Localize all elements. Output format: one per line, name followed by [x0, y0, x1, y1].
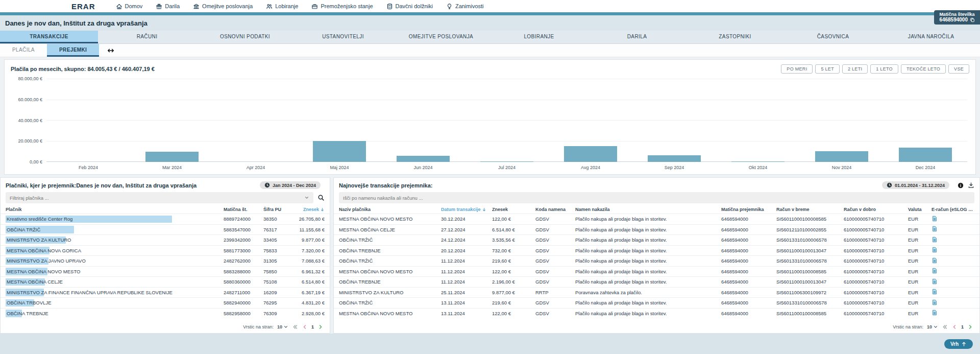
transactions-date-range-pill[interactable]: 01.01.2024 - 31.12.2024	[882, 181, 949, 189]
payer-name-link[interactable]: OBČINA TREBNJE	[6, 311, 48, 316]
payers-date-range-pill[interactable]: Jan 2024 - Dec 2024	[260, 181, 321, 189]
payer-name-link[interactable]: MINISTRSTVO ZA JAVNO UPRAVO	[6, 258, 86, 264]
tab-darila[interactable]: DARILA	[588, 31, 686, 43]
previous-page-icon[interactable]	[302, 324, 308, 330]
subtab-placila[interactable]: PLAČILA	[0, 44, 47, 57]
first-page-icon[interactable]	[292, 324, 298, 330]
info-icon[interactable]	[958, 182, 964, 188]
document-icon[interactable]	[932, 268, 938, 274]
column-header-znesek[interactable]: Znesek	[492, 207, 535, 212]
payer-name-link[interactable]: OBČINA TRŽIČ	[339, 258, 441, 264]
tab-zastopniki[interactable]: ZASTOPNIKI	[686, 31, 784, 43]
column-header-sifra-pu[interactable]: Šifra PU	[263, 207, 288, 212]
tab-lobiranje[interactable]: LOBIRANJE	[490, 31, 588, 43]
column-header-valuta[interactable]: Valuta	[908, 207, 932, 212]
column-header-maticna-prejemnika[interactable]: Matična prejemnika	[721, 207, 776, 212]
chevron-down-icon[interactable]	[304, 195, 309, 200]
previous-page-icon[interactable]	[951, 324, 958, 330]
search-icon[interactable]	[317, 194, 325, 201]
payer-filter-input[interactable]	[10, 195, 304, 201]
erar-logo[interactable]: ERAR	[71, 2, 95, 11]
tab-javna-narocila[interactable]: JAVNA NAROČILA	[882, 31, 980, 43]
chart-bar-maj-2024[interactable]	[313, 141, 366, 162]
column-header-placnik[interactable]: Plačnik	[6, 207, 224, 212]
nav-item-zanimivosti[interactable]: Zanimivosti	[446, 3, 484, 10]
payer-name-link[interactable]: MINISTRSTVO ZA KULTURO	[339, 290, 441, 295]
table-row: OBČINA TREBNJE5882958000763092.928,00 €	[1, 308, 330, 319]
nav-item-lobiranje[interactable]: Lobiranje	[266, 3, 298, 10]
chart-bar-nov-2024[interactable]	[815, 151, 869, 162]
subtab-prejemki[interactable]: PREJEMKI	[47, 44, 99, 57]
chart-bar-sep-2024[interactable]	[648, 155, 701, 162]
column-header-naziv-placnika[interactable]: Naziv plačnika	[339, 207, 441, 212]
column-header-namen-nakazila[interactable]: Namen nakazila	[575, 207, 721, 212]
document-icon[interactable]	[932, 310, 938, 316]
range-button-2-leti[interactable]: 2 LETI	[842, 64, 868, 74]
first-page-icon[interactable]	[942, 324, 948, 330]
payer-name-link[interactable]: OBČINA TRŽIČ	[6, 227, 40, 232]
payer-name-link[interactable]: MESTNA OBČINA CELJE	[339, 227, 441, 232]
tab-osnovni-podatki[interactable]: OSNOVNI PODATKI	[196, 31, 294, 43]
tab-transakcije[interactable]: TRANSAKCIJE	[0, 31, 98, 43]
payer-name-link[interactable]: OBČINA TRBOVLJE	[6, 300, 51, 305]
column-header-znesek[interactable]: Znesek	[288, 207, 325, 212]
column-header-datum-transakcije[interactable]: Datum transakcije	[441, 207, 492, 212]
payer-name-link[interactable]: MINISTRSTVO ZA KULTURO	[6, 237, 71, 243]
column-header-racun-v-dobro[interactable]: Račun v dobro	[844, 207, 908, 212]
column-header-racun-v-breme[interactable]: Račun v breme	[776, 207, 844, 212]
range-button-vse[interactable]: VSE	[948, 64, 969, 74]
rows-per-page-select[interactable]: 10	[927, 324, 938, 329]
rows-per-page-select[interactable]: 10	[277, 324, 288, 329]
nav-item-darila[interactable]: Darila	[156, 3, 180, 10]
column-header-koda-namena[interactable]: Koda namena	[535, 207, 575, 212]
payer-name-link[interactable]: OBČINA TRŽIČ	[339, 237, 441, 243]
column-header-maticna-st[interactable]: Matična št.	[224, 207, 263, 212]
copy-icon[interactable]	[970, 17, 975, 22]
nav-item-premozenjsko-stanje[interactable]: Premoženjsko stanje	[311, 3, 373, 10]
document-icon[interactable]	[932, 299, 938, 305]
document-icon[interactable]	[932, 216, 938, 222]
payer-name-link[interactable]: MESTNA OBČINA NOVO MESTO	[339, 311, 441, 316]
column-header-e-racun-eslog-2-0[interactable]: E-račun (eSLOG 2.0)	[932, 207, 974, 212]
chart-bar-dec-2024[interactable]	[899, 148, 952, 162]
payer-name-link[interactable]: OBČINA TREBNJE	[339, 248, 441, 253]
range-button-5-let[interactable]: 5 LET	[815, 64, 840, 74]
payer-name-link[interactable]: MESTNA OBČINA NOVO MESTO	[339, 216, 441, 222]
chart-bar-jun-2024[interactable]	[397, 156, 450, 162]
tab-racuni[interactable]: RAČUNI	[98, 31, 196, 43]
swap-arrows-icon[interactable]	[107, 47, 114, 54]
tab-casovnica[interactable]: ČASOVNICA	[784, 31, 882, 43]
document-icon[interactable]	[932, 226, 938, 232]
payer-name-link[interactable]: OBČINA TRŽIČ	[339, 300, 441, 305]
registry-number: 6468594000	[721, 279, 776, 285]
nav-item-omejitve-poslovanja[interactable]: Omejitve poslovanja	[193, 3, 253, 10]
chart-bar-okt-2024[interactable]	[731, 161, 785, 162]
download-icon[interactable]	[968, 182, 974, 188]
document-icon[interactable]	[932, 247, 938, 253]
tab-omejitve-poslovanja[interactable]: OMEJITVE POSLOVANJA	[392, 31, 490, 43]
chart-bar-mar-2024[interactable]	[145, 152, 199, 162]
nav-item-domov[interactable]: Domov	[116, 3, 143, 10]
tab-ustanovitelji[interactable]: USTANOVITELJI	[294, 31, 392, 43]
payer-name-link[interactable]: MESTNA OBČINA NOVO MESTO	[6, 269, 80, 274]
payer-name-link[interactable]: MESTNA OBČINA NOVO MESTO	[339, 269, 441, 274]
payer-name-link[interactable]: MINISTRSTVO ZA FINANCE FINANČNA UPRAVA R…	[6, 290, 173, 295]
chart-bar-jul-2024[interactable]	[480, 161, 534, 162]
next-page-icon[interactable]	[967, 324, 973, 330]
transaction-search-input[interactable]	[343, 195, 970, 201]
document-icon[interactable]	[932, 237, 938, 243]
document-icon[interactable]	[932, 257, 938, 264]
chart-bar-avg-2024[interactable]	[564, 146, 618, 162]
back-to-top-button[interactable]: Vrh	[944, 339, 973, 349]
range-button-po-meri[interactable]: PO MERI	[781, 64, 813, 74]
payer-name-link[interactable]: OBČINA TREBNJE	[339, 279, 441, 285]
next-page-icon[interactable]	[317, 324, 324, 330]
document-icon[interactable]	[932, 278, 938, 285]
payer-name-link[interactable]: Kreativno središče Center Rog	[6, 216, 72, 222]
payer-name-link[interactable]: MESTNA OBČINA CELJE	[6, 279, 63, 285]
range-button-tekoce-leto[interactable]: TEKOČE LETO	[901, 64, 946, 74]
payer-name-link[interactable]: MESTNA OBČINA NOVA GORICA	[6, 248, 81, 253]
range-button-1-leto[interactable]: 1 LETO	[870, 64, 898, 74]
document-icon[interactable]	[932, 289, 938, 295]
nav-item-davcni-dolzniki[interactable]: Davčni dolžniki	[386, 3, 433, 10]
